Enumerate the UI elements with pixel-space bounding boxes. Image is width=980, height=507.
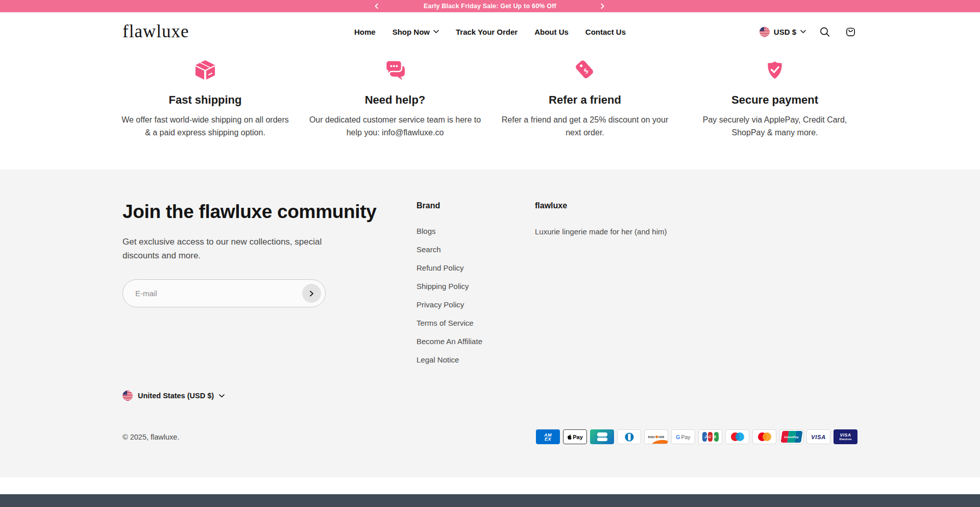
footer-bottom-row: © 2025, flawluxe. AMEX Pay DISCVER bbox=[122, 429, 857, 444]
feature-title: Refer a friend bbox=[498, 93, 672, 107]
nav-item-contact-us[interactable]: Contact Us bbox=[585, 28, 626, 36]
currency-selector[interactable]: USD $ bbox=[760, 27, 806, 37]
country-label: United States (USD $) bbox=[138, 392, 214, 400]
logo[interactable]: flawluxe bbox=[122, 21, 189, 42]
discover-swoosh bbox=[651, 439, 668, 444]
feature-title: Fast shipping bbox=[118, 93, 292, 107]
nav-item-shop-now[interactable]: Shop Now bbox=[393, 28, 439, 36]
footer-link-shipping-policy[interactable]: Shipping Policy bbox=[416, 281, 469, 292]
nav-label: Track Your Order bbox=[456, 28, 518, 36]
payment-icon-maestro bbox=[725, 429, 749, 444]
nav-item-home[interactable]: Home bbox=[354, 28, 376, 36]
site-header: flawluxe Home Shop Now Track Your Order … bbox=[0, 12, 980, 51]
newsletter-subtitle: Get exclusive access to our new collecti… bbox=[122, 235, 360, 262]
newsletter-title: Join the flawluxe community bbox=[122, 201, 416, 223]
payment-icon-unionpay: UnionPay bbox=[779, 429, 803, 444]
payment-icon-apple-pay: Pay bbox=[563, 429, 587, 444]
footer-brand-column: Brand Blogs Search Refund Policy Shippin… bbox=[416, 201, 535, 365]
payment-methods: AMEX Pay DISCVER GPay bbox=[536, 429, 857, 444]
package-icon bbox=[193, 58, 217, 82]
nav-label: Contact Us bbox=[585, 28, 626, 36]
jcb-logo-text: JCB bbox=[703, 434, 718, 439]
maestro-blue-circle bbox=[736, 432, 744, 441]
logo-line: VISA bbox=[840, 433, 851, 437]
feature-title: Secure payment bbox=[688, 93, 862, 107]
google-g-logo: G bbox=[676, 434, 680, 440]
nav-label: Home bbox=[354, 28, 376, 36]
logo-line: EX bbox=[545, 437, 551, 441]
logo-part: VER bbox=[658, 436, 665, 439]
feature-text: Our dedicated customer service team is h… bbox=[308, 113, 482, 139]
payment-icon-diners-club bbox=[617, 429, 641, 444]
footer-link-legal-notice[interactable]: Legal Notice bbox=[416, 354, 459, 365]
us-flag-icon bbox=[760, 27, 770, 37]
payment-icon-visa: VISA bbox=[806, 429, 830, 444]
features-section: Fast shipping We offer fast world-wide s… bbox=[110, 51, 870, 170]
site-footer: Join the flawluxe community Get exclusiv… bbox=[0, 170, 980, 477]
main-nav: Home Shop Now Track Your Order About Us … bbox=[354, 28, 626, 36]
diners-club-logo-icon bbox=[624, 432, 634, 442]
discover-orange-dot bbox=[655, 436, 658, 438]
payment-icon-google-pay: GPay bbox=[671, 429, 695, 444]
header-actions: USD $ bbox=[760, 25, 857, 39]
payment-icon-visa-electron: VISA Electron bbox=[834, 429, 857, 444]
logo-line: Electron bbox=[839, 437, 851, 441]
cb-shape bbox=[597, 432, 607, 437]
nav-item-track-your-order[interactable]: Track Your Order bbox=[456, 28, 518, 36]
payment-icon-cartes-bancaires bbox=[590, 429, 614, 444]
footer-links: Blogs Search Refund Policy Shipping Poli… bbox=[416, 226, 535, 365]
email-input[interactable] bbox=[122, 279, 326, 307]
feature-icon-wrap bbox=[688, 58, 862, 82]
feature-fast-shipping: Fast shipping We offer fast world-wide s… bbox=[110, 58, 300, 170]
newsletter-section: Join the flawluxe community Get exclusiv… bbox=[122, 201, 416, 307]
logo-part: DISC bbox=[648, 436, 655, 439]
chevron-down-icon bbox=[433, 30, 439, 34]
chevron-left-icon bbox=[374, 3, 380, 9]
nav-label: About Us bbox=[534, 28, 569, 36]
feature-icon-wrap bbox=[118, 58, 292, 82]
currency-label: USD $ bbox=[774, 28, 796, 36]
price-tag-icon: $ bbox=[573, 58, 597, 82]
payment-icon-mastercard bbox=[752, 429, 776, 444]
copyright-text: © 2025, flawluxe. bbox=[122, 433, 179, 441]
cart-button[interactable] bbox=[844, 25, 857, 39]
maestro-circles bbox=[731, 432, 744, 441]
footer-link-refund-policy[interactable]: Refund Policy bbox=[416, 262, 464, 273]
footer-link-become-an-affiliate[interactable]: Become An Affiliate bbox=[416, 336, 482, 347]
announcement-bar: Early Black Friday Sale: Get Up to 60% O… bbox=[0, 0, 980, 12]
announcement-next-button[interactable] bbox=[596, 0, 609, 12]
chevron-right-icon bbox=[599, 3, 605, 9]
cb-shape bbox=[597, 438, 607, 442]
country-selector[interactable]: United States (USD $) bbox=[122, 391, 225, 401]
search-icon bbox=[819, 26, 830, 37]
footer-link-privacy-policy[interactable]: Privacy Policy bbox=[416, 299, 464, 310]
feature-secure-payment: Secure payment Pay securely via ApplePay… bbox=[680, 58, 870, 170]
bottom-dark-bar bbox=[0, 494, 980, 507]
shield-check-icon bbox=[763, 58, 787, 82]
gpay-logo-text: Pay bbox=[681, 434, 691, 440]
announcement-prev-button[interactable] bbox=[370, 0, 383, 12]
feature-text: Pay securely via ApplePay, Credit Card, … bbox=[688, 113, 862, 139]
nav-label: Shop Now bbox=[393, 28, 430, 36]
mastercard-circles bbox=[758, 432, 771, 441]
page-bottom-spacer bbox=[0, 477, 980, 494]
unionpay-logo-text: UnionPay bbox=[784, 436, 798, 439]
footer-columns: Join the flawluxe community Get exclusiv… bbox=[122, 201, 857, 365]
feature-refer-a-friend: $ Refer a friend Refer a friend and get … bbox=[490, 58, 680, 170]
visa-logo-text: VISA bbox=[811, 434, 826, 440]
apple-logo-icon bbox=[567, 434, 572, 440]
nav-item-about-us[interactable]: About Us bbox=[534, 28, 569, 36]
footer-link-search[interactable]: Search bbox=[416, 244, 441, 255]
us-flag-icon bbox=[122, 391, 133, 401]
footer-about-text: Luxurie lingerie made for her (and him) bbox=[535, 226, 857, 237]
arrow-right-icon bbox=[309, 291, 314, 297]
feature-need-help: Need help? Our dedicated customer servic… bbox=[300, 58, 490, 170]
footer-link-terms-of-service[interactable]: Terms of Service bbox=[416, 318, 474, 328]
footer-link-blogs[interactable]: Blogs bbox=[416, 226, 436, 236]
announcement-text: Early Black Friday Sale: Get Up to 60% O… bbox=[424, 3, 556, 10]
payment-icon-jcb: JCB bbox=[698, 429, 722, 444]
feature-text: Refer a friend and get a 25% discount on… bbox=[498, 113, 672, 139]
chat-bubbles-icon bbox=[383, 58, 407, 82]
search-button[interactable] bbox=[818, 25, 831, 38]
chevron-down-icon bbox=[800, 30, 806, 34]
